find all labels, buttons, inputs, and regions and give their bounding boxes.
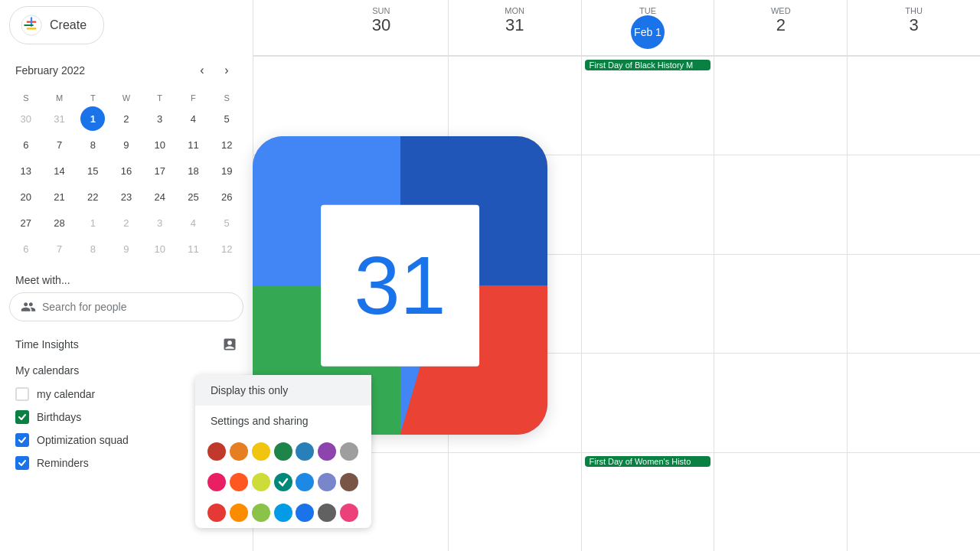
mini-cal-day[interactable]: 13 <box>14 158 38 183</box>
day-cell[interactable] <box>448 453 581 551</box>
mini-cal-next[interactable]: › <box>216 60 237 81</box>
color-swatch[interactable] <box>274 504 292 522</box>
mini-cal-day[interactable]: 6 <box>14 236 38 261</box>
day-cell[interactable] <box>847 453 980 551</box>
mini-cal-day[interactable]: 2 <box>114 106 139 131</box>
mini-cal-day[interactable]: 31 <box>47 106 72 131</box>
meet-section: Meet with... Search for people <box>9 274 243 321</box>
mini-cal-day[interactable]: 18 <box>181 158 205 183</box>
mini-cal-day[interactable]: 5 <box>214 210 239 235</box>
mini-cal-day[interactable]: 11 <box>181 236 205 261</box>
mini-cal-day[interactable]: 3 <box>148 106 172 131</box>
mini-cal-day[interactable]: 4 <box>181 210 205 235</box>
color-swatch[interactable] <box>296 473 314 491</box>
color-swatch[interactable] <box>252 473 270 491</box>
day-cell[interactable] <box>581 155 714 253</box>
day-cell[interactable] <box>847 255 980 353</box>
settings-sharing-item[interactable]: Settings and sharing <box>195 406 371 436</box>
mini-cal-day[interactable]: 8 <box>80 236 105 261</box>
day-cell[interactable] <box>581 354 714 452</box>
calendar-checkbox[interactable] <box>15 387 29 401</box>
cal-header-cell[interactable]: WED2 <box>714 0 847 56</box>
display-only-item[interactable]: Display this only <box>195 375 371 406</box>
day-cell[interactable] <box>847 354 980 452</box>
mini-cal-day[interactable]: 22 <box>80 184 105 209</box>
day-cell[interactable]: First Day of Black History M <box>581 57 714 155</box>
mini-cal-day[interactable]: 8 <box>80 132 105 157</box>
day-cell[interactable] <box>714 57 847 155</box>
color-swatch[interactable] <box>252 504 270 522</box>
mini-cal-day[interactable]: 30 <box>14 106 38 131</box>
cal-header-cell[interactable]: MON31 <box>448 0 581 56</box>
color-swatch[interactable] <box>340 442 358 461</box>
day-cell[interactable] <box>847 155 980 253</box>
mini-cal-day[interactable]: 9 <box>114 236 139 261</box>
color-swatch[interactable] <box>207 442 226 461</box>
mini-cal-day[interactable]: 7 <box>47 236 72 261</box>
color-swatch[interactable] <box>296 442 314 461</box>
mini-cal-day[interactable]: 12 <box>214 236 239 261</box>
mini-cal-day[interactable]: 24 <box>148 184 172 209</box>
mini-cal-day[interactable]: 1 <box>80 106 105 131</box>
color-swatch[interactable] <box>230 504 248 522</box>
mini-cal-day[interactable]: 10 <box>148 236 172 261</box>
color-swatch[interactable] <box>207 504 226 522</box>
mini-cal-day[interactable]: 16 <box>114 158 139 183</box>
mini-cal-day[interactable]: 5 <box>214 106 239 131</box>
mini-cal-day[interactable]: 3 <box>148 210 172 235</box>
mini-cal-day[interactable]: 7 <box>47 132 72 157</box>
color-swatch[interactable] <box>274 442 292 461</box>
mini-cal-day[interactable]: 4 <box>181 106 205 131</box>
mini-cal-day[interactable]: 10 <box>148 132 172 157</box>
mini-cal-day[interactable]: 28 <box>47 210 72 235</box>
color-swatch[interactable] <box>207 473 226 491</box>
color-swatch[interactable] <box>274 473 292 491</box>
mini-cal-day[interactable]: 14 <box>47 158 72 183</box>
day-cell[interactable] <box>847 57 980 155</box>
color-swatch[interactable] <box>296 504 314 522</box>
mini-cal-day[interactable]: 23 <box>114 184 139 209</box>
mini-cal-day[interactable]: 20 <box>14 184 38 209</box>
color-swatch[interactable] <box>318 504 336 522</box>
day-cell[interactable] <box>714 255 847 353</box>
mini-cal-day[interactable]: 15 <box>80 158 105 183</box>
color-swatch[interactable] <box>230 442 248 461</box>
create-button[interactable]: Create <box>9 6 104 44</box>
mini-cal-day[interactable]: 1 <box>80 210 105 235</box>
mini-cal-dow: M <box>43 90 77 106</box>
mini-cal-day[interactable]: 26 <box>214 184 239 209</box>
day-cell[interactable]: First Day of Women's Histo <box>581 453 714 551</box>
mini-cal-day[interactable]: 12 <box>214 132 239 157</box>
mini-cal-day[interactable]: 27 <box>14 210 38 235</box>
day-cell[interactable] <box>581 255 714 353</box>
color-swatch[interactable] <box>318 442 336 461</box>
people-icon <box>21 299 36 315</box>
day-cell[interactable] <box>714 354 847 452</box>
mini-cal-day[interactable]: 6 <box>14 132 38 157</box>
cal-header-cell[interactable]: THU3 <box>847 0 980 56</box>
mini-cal-day[interactable]: 2 <box>114 210 139 235</box>
color-swatch[interactable] <box>230 473 248 491</box>
mini-cal-day[interactable]: 21 <box>47 184 72 209</box>
cal-header-cell[interactable]: SUN30 <box>315 0 448 56</box>
event-chip[interactable]: First Day of Black History M <box>585 60 711 70</box>
color-swatch[interactable] <box>340 504 358 522</box>
calendar-name: my calendar <box>37 388 95 400</box>
mini-cal-day[interactable]: 11 <box>181 132 205 157</box>
color-swatch[interactable] <box>340 473 358 491</box>
calendar-checkbox[interactable] <box>15 456 29 470</box>
day-cell[interactable] <box>714 453 847 551</box>
mini-cal-day[interactable]: 17 <box>148 158 172 183</box>
mini-cal-day[interactable]: 19 <box>214 158 239 183</box>
event-chip[interactable]: First Day of Women's Histo <box>585 456 711 467</box>
color-swatch[interactable] <box>252 442 270 461</box>
day-cell[interactable] <box>714 155 847 253</box>
mini-cal-day[interactable]: 9 <box>114 132 139 157</box>
color-swatch[interactable] <box>318 473 336 491</box>
cal-header-cell[interactable]: TUEFeb 1 <box>581 0 714 56</box>
mini-cal-prev[interactable]: ‹ <box>191 60 213 81</box>
search-people-box[interactable]: Search for people <box>9 292 243 321</box>
calendar-checkbox[interactable] <box>15 410 29 424</box>
calendar-checkbox[interactable] <box>15 433 29 447</box>
mini-cal-day[interactable]: 25 <box>181 184 205 209</box>
